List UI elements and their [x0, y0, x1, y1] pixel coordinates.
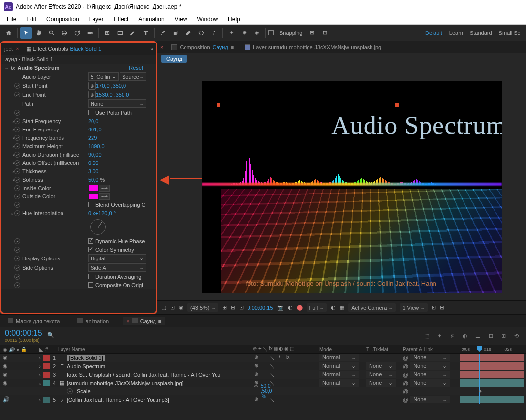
- stopwatch-icon[interactable]: [14, 143, 20, 149]
- zoom-select[interactable]: (43,5%) ⌄: [187, 303, 218, 312]
- shy-col-icon[interactable]: ◣: [39, 347, 43, 352]
- workspace-small[interactable]: Small Sc: [496, 30, 523, 36]
- layer-bar[interactable]: [460, 379, 524, 387]
- composition-tab[interactable]: Composition Саунд ≡: [168, 44, 237, 50]
- tab-menu-icon[interactable]: ≡: [103, 46, 106, 52]
- timeline-row[interactable]: ◉ › 2 TAudio Spectrum ⊕＼ Normal⌄ None⌄ @…: [0, 362, 526, 370]
- clone-tool[interactable]: [170, 27, 182, 39]
- brush-tool[interactable]: [157, 27, 169, 39]
- solo-col-icon[interactable]: ●: [16, 347, 19, 352]
- snapping-checkbox[interactable]: [268, 30, 274, 35]
- timeline-row[interactable]: 🔊 › 5 ♪[Collin Jax feat. Hanne - All Ove…: [0, 395, 526, 404]
- parent-select[interactable]: None⌄: [410, 379, 450, 387]
- layer-bar[interactable]: [460, 362, 524, 370]
- workspace-standard[interactable]: Standard: [467, 30, 495, 36]
- rotation-tool[interactable]: [71, 27, 83, 39]
- anchor-tool[interactable]: [101, 27, 113, 39]
- tl-icon-8[interactable]: ⟲: [511, 331, 521, 341]
- fx-badge[interactable]: fx: [11, 65, 15, 71]
- eyedropper-icon[interactable]: ⟿: [99, 193, 110, 200]
- layer-handle[interactable]: [395, 103, 399, 107]
- blend-overlap-checkbox[interactable]: [88, 202, 93, 207]
- color-symmetry-checkbox[interactable]: [88, 247, 93, 252]
- col-parent[interactable]: Parent & Link: [403, 347, 460, 352]
- tl-icon-1[interactable]: ⬚: [422, 331, 432, 341]
- transparency-icon[interactable]: ▦: [340, 304, 344, 311]
- eye-col-icon[interactable]: ◉: [3, 347, 7, 352]
- menu-composition[interactable]: Composition: [41, 15, 84, 24]
- stopwatch-icon[interactable]: [14, 256, 20, 261]
- effect-controls-tab[interactable]: ▦ Effect Controls Black Solid 1 ≡: [22, 46, 111, 52]
- blend-mode-select[interactable]: Normal⌄: [319, 362, 359, 370]
- shy-icon[interactable]: ⊕: [253, 371, 259, 378]
- expand-arrow-icon[interactable]: ›: [37, 363, 42, 369]
- credit-text-layer[interactable]: foto: Sumudu Mohottige on Unsplash / sou…: [246, 280, 436, 287]
- menu-window[interactable]: Window: [192, 15, 223, 24]
- stopwatch-icon[interactable]: [14, 152, 20, 158]
- snapshot-icon[interactable]: 📷: [277, 304, 284, 311]
- stopwatch-icon[interactable]: [14, 185, 20, 191]
- label-color[interactable]: [43, 355, 50, 361]
- tl-icon-7[interactable]: ⊞: [498, 331, 508, 341]
- stopwatch-icon[interactable]: [14, 202, 20, 208]
- stopwatch-icon[interactable]: [14, 83, 20, 89]
- parent-select[interactable]: None⌄: [410, 354, 450, 361]
- view-opt-icon[interactable]: ⊡: [432, 304, 436, 311]
- view-axis-icon[interactable]: ◈: [251, 27, 263, 39]
- quality-select[interactable]: Full ⌄: [307, 303, 327, 312]
- audio-layer-select[interactable]: 5. Collin⌄: [88, 72, 119, 81]
- snap-edge-icon[interactable]: ⊞: [307, 27, 318, 39]
- title-text-layer[interactable]: Audio Spectrum: [331, 111, 501, 140]
- tl-icon-2[interactable]: ✦: [434, 331, 444, 341]
- trkmat-select[interactable]: None⌄: [366, 362, 396, 370]
- audio-col-icon[interactable]: 🔊: [9, 347, 15, 352]
- menu-edit[interactable]: Edit: [21, 15, 41, 24]
- display-options-select[interactable]: Digital⌄: [88, 254, 146, 262]
- search-icon[interactable]: 🔍: [47, 332, 55, 340]
- pickwhip-icon[interactable]: @: [403, 397, 408, 403]
- hand-tool[interactable]: [33, 27, 45, 39]
- path-select[interactable]: None⌄: [88, 99, 146, 108]
- local-axis-icon[interactable]: ✦: [225, 27, 237, 39]
- panel-maximize-icon[interactable]: »: [150, 46, 153, 52]
- outside-color-swatch[interactable]: [88, 193, 99, 200]
- label-color[interactable]: [43, 380, 50, 386]
- parent-select[interactable]: None⌄: [410, 371, 450, 378]
- expand-arrow-icon[interactable]: ›: [37, 397, 42, 403]
- text-tool[interactable]: [140, 27, 152, 39]
- eye-icon[interactable]: ◉: [3, 380, 8, 386]
- crosshair-icon[interactable]: ⊕: [88, 82, 96, 90]
- menu-file[interactable]: File: [2, 15, 21, 24]
- tab-sound[interactable]: ×Саунд≡: [123, 317, 165, 325]
- snap-align-icon[interactable]: ⊡: [319, 27, 331, 39]
- channel-icon[interactable]: ◐: [288, 304, 293, 311]
- rect-tool[interactable]: [114, 27, 126, 39]
- effect-header[interactable]: ⌄ fx Audio Spectrum Reset: [1, 64, 156, 72]
- shy-icon[interactable]: ⊕: [253, 355, 259, 361]
- stopwatch-icon[interactable]: [14, 265, 20, 271]
- tl-icon-6[interactable]: ⊡: [486, 331, 495, 341]
- menu-help[interactable]: Help: [223, 15, 245, 24]
- grid-icon[interactable]: ⊡: [239, 304, 244, 311]
- timeline-row[interactable]: ◉ › 1 [Black Solid 1] ⊕＼/fx Normal⌄ @Non…: [0, 354, 526, 362]
- guide-icon[interactable]: ⊟: [231, 304, 235, 311]
- polar-path-checkbox[interactable]: [88, 110, 93, 115]
- composite-orig-checkbox[interactable]: [88, 282, 93, 288]
- stopwatch-icon[interactable]: [14, 110, 20, 116]
- orbit-tool[interactable]: [59, 27, 70, 39]
- eyedropper-icon[interactable]: ⟿: [99, 185, 110, 192]
- expand-arrow-icon[interactable]: ›: [37, 355, 42, 361]
- expand-arrow-icon[interactable]: ⌄: [37, 380, 42, 386]
- pickwhip-icon[interactable]: @: [403, 363, 408, 369]
- collapse-arrow-icon[interactable]: ⌄: [4, 65, 8, 71]
- views-select[interactable]: 1 View ⌄: [400, 303, 428, 312]
- tab-animation[interactable]: animation: [73, 317, 113, 325]
- stopwatch-icon[interactable]: [67, 388, 73, 394]
- menu-view[interactable]: View: [170, 15, 192, 24]
- menu-effect[interactable]: Effect: [109, 15, 133, 24]
- menu-animation[interactable]: Animation: [133, 15, 169, 24]
- quality-icon[interactable]: ＼: [269, 355, 275, 361]
- snapping-label[interactable]: Snapping: [277, 30, 306, 36]
- stopwatch-icon[interactable]: [14, 118, 20, 124]
- blend-mode-select[interactable]: Normal⌄: [319, 354, 359, 361]
